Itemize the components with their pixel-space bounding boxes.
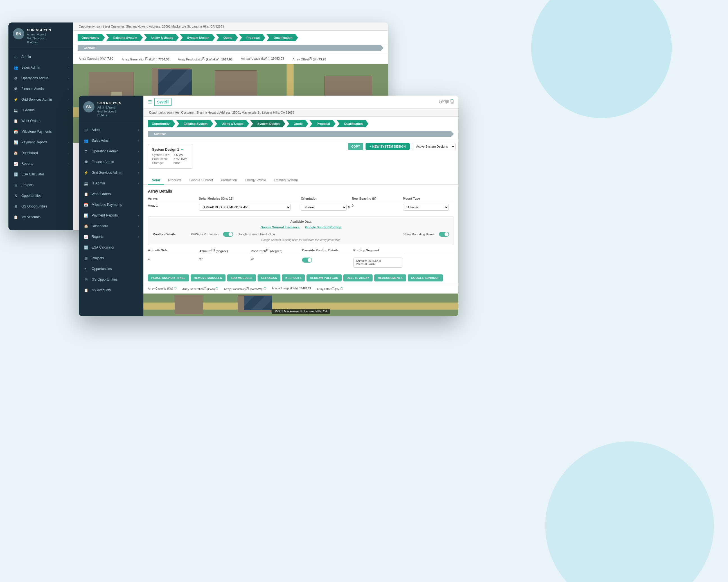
pipeline-proposal-front[interactable]: Proposal <box>309 120 335 127</box>
sidebar-item-esa-back[interactable]: 🔢 ESA Calculator <box>8 169 73 180</box>
btn-place-anchor[interactable]: PLACE ANCHOR PANEL <box>148 274 189 282</box>
array-label: Array 1 <box>148 202 199 212</box>
tab-energy-profile[interactable]: Energy Profile <box>241 176 270 185</box>
pipeline-sysdesign-front[interactable]: System Design <box>250 120 285 127</box>
pipeline-qualification-back[interactable]: Qualification <box>266 34 298 41</box>
mounttype-select[interactable]: Unknown <box>403 204 449 211</box>
orientation-arrows: ⇅ <box>347 206 350 209</box>
bottom-stats: Array Capacity (kW) Array Generation[T] … <box>144 284 458 293</box>
tab-production[interactable]: Production <box>217 176 241 185</box>
btn-setbacks[interactable]: SETBACKS <box>258 274 280 282</box>
new-design-button[interactable]: + NEW SYSTEM DESIGN <box>366 143 410 150</box>
tab-products[interactable]: Products <box>164 176 185 185</box>
sidebar-item-reports-back[interactable]: 📈 Reports › <box>8 158 73 169</box>
btn-add-modules[interactable]: ADD MODULES <box>227 274 256 282</box>
orientation-select[interactable]: Portrait <box>301 204 347 211</box>
sidebar-item-payment-back[interactable]: 📊 Payment Reports › <box>8 137 73 148</box>
sidebar-item-milestone-back[interactable]: 📅 Milestone Payments <box>8 126 73 137</box>
sidebar-item-dashboard-front[interactable]: 🏠 Dashboard › <box>79 221 144 231</box>
btn-redraw-polygon[interactable]: REDRAW POLYGON <box>307 274 342 282</box>
btn-measurements[interactable]: MEASUREMENTS <box>374 274 406 282</box>
sidebar-item-ops-front[interactable]: ⚙ Operations Admin › <box>79 146 144 157</box>
window-header: ☰ swell ⚙ ⊕ ⊡ <box>144 96 458 108</box>
tab-existing-system[interactable]: Existing System <box>270 176 302 185</box>
pipeline-existing-back[interactable]: Existing System <box>106 34 143 41</box>
hamburger-icon[interactable]: ☰ <box>148 99 152 105</box>
sidebar-item-sales-back[interactable]: 👥 Sales Admin › <box>8 62 73 73</box>
sidebar-item-grid-front[interactable]: ⚡ Grid Services Admin › <box>79 167 144 178</box>
sidebar-item-sales-front[interactable]: 👥 Sales Admin › <box>79 135 144 146</box>
aerial-map-front: 25001 Mackenzie St, Laguna Hills, CA <box>144 293 458 316</box>
sidebar-item-esa-front[interactable]: 🔢 ESA Calculator <box>79 242 144 253</box>
sidebar-label: Admin <box>92 128 138 132</box>
pipeline-quote-front[interactable]: Quote <box>286 120 308 127</box>
sidebar-item-opps-back[interactable]: $ Opportunities <box>8 190 73 201</box>
tab-google-sunroof[interactable]: Google Sunroof <box>185 176 217 185</box>
google-sunroof-rooftop-link[interactable]: Google Sunroof Rooftop <box>305 226 341 229</box>
sidebar-item-dashboard-back[interactable]: 🏠 Dashboard › <box>8 148 73 158</box>
rt-azimuth-degree: 27 <box>199 257 249 269</box>
btn-keepouts[interactable]: KEEPOUTS <box>282 274 305 282</box>
chevron-icon: › <box>68 141 69 144</box>
sidebar-item-ops-back[interactable]: ⚙ Operations Admin › <box>8 73 73 83</box>
pipeline-sysdesign-back[interactable]: System Design <box>180 34 215 41</box>
pvwatts-toggle[interactable] <box>223 232 233 237</box>
sidebar-item-myaccounts-front[interactable]: 📋 My Accounts <box>79 285 144 295</box>
tab-solar[interactable]: Solar <box>148 176 164 185</box>
sidebar-item-admin-front[interactable]: ⊞ Admin › <box>79 125 144 135</box>
stat-offset-back: Array Offset[T] (%) 73.78 <box>292 57 326 61</box>
edit-icon[interactable]: ✏ <box>181 148 183 152</box>
sidebar-item-admin-back[interactable]: ⊞ Admin › <box>8 51 73 62</box>
bottom-stat-generation: Array Generation[T] (kWh) <box>182 287 218 291</box>
sidebar-item-gsopps-front[interactable]: ⊞ GS Opportunities <box>79 274 144 285</box>
override-toggle[interactable] <box>302 258 312 263</box>
system-size-value: 7.6 kW <box>174 153 183 157</box>
module-select[interactable]: Q.PEAK DUO BLK ML-G10+ 400 <box>199 204 290 211</box>
sidebar-item-workorders-back[interactable]: 📋 Work Orders <box>8 115 73 126</box>
pipeline-opportunity-front[interactable]: Opportunity <box>148 120 175 127</box>
sidebar-item-projects-front[interactable]: ⊞ Projects <box>79 253 144 263</box>
pipeline-contract-front[interactable]: Contract <box>148 131 454 137</box>
google-sunroof-irradiance-link[interactable]: Google Sunroof Irradiance <box>260 226 300 229</box>
sidebar-item-finance-back[interactable]: 🏛 Finance Admin › <box>8 83 73 94</box>
available-data-links: Google Sunroof Irradiance Google Sunroof… <box>153 226 449 229</box>
sidebar-item-finance-front[interactable]: 🏛 Finance Admin › <box>79 157 144 167</box>
bounding-toggle[interactable] <box>439 232 449 237</box>
sidebar-item-grid-back[interactable]: ⚡ Grid Services Admin › <box>8 94 73 105</box>
sidebar-item-opps-front[interactable]: $ Opportunities <box>79 263 144 274</box>
sidebar-item-reports-front[interactable]: 📈 Reports › <box>79 231 144 242</box>
pipeline-utility-front[interactable]: Utility & Usage <box>214 120 249 127</box>
sidebar-label: Milestone Payments <box>21 130 69 134</box>
reports-icon: 📈 <box>13 161 19 166</box>
sidebar-item-projects-back[interactable]: ⊞ Projects <box>8 180 73 190</box>
sidebar-item-it-front[interactable]: 💻 IT Admin › <box>79 178 144 189</box>
pipeline-proposal-back[interactable]: Proposal <box>239 34 265 41</box>
btn-remove-modules[interactable]: REMOVE MODULES <box>191 274 226 282</box>
show-bounding-label: Show Bounding Boxes <box>403 233 435 236</box>
pipeline-quote-back[interactable]: Quote <box>216 34 238 41</box>
saving-text: Saving <box>439 99 449 103</box>
sidebar-item-gsopps-back[interactable]: ⊞ GS Opportunities <box>8 201 73 212</box>
bottom-stat-productivity: Array Productivity[T] (kWh/kW): <box>224 287 266 291</box>
sidebar-item-milestone-front[interactable]: 📅 Milestone Payments <box>79 199 144 210</box>
saving-indicator: Saving <box>439 99 454 103</box>
action-buttons: PLACE ANCHOR PANEL REMOVE MODULES ADD MO… <box>144 272 458 284</box>
design-select[interactable]: Active System Designs <box>412 143 456 150</box>
pipeline-opportunity-back[interactable]: Opportunity <box>78 34 105 41</box>
sidebar-item-workorders-front[interactable]: 📋 Work Orders <box>79 189 144 199</box>
rt-empty <box>405 257 454 269</box>
pipeline-existing-front[interactable]: Existing System <box>176 120 213 127</box>
available-data: Available Data Google Sunroof Irradiance… <box>148 216 454 245</box>
btn-google-sunroof[interactable]: GOOGLE SUNROOF <box>408 274 443 282</box>
copy-button[interactable]: COPY <box>348 143 363 150</box>
card-title: System Design 1 ✏ <box>152 148 189 152</box>
rt-header-azimuth-degree: Azimuth[T] (degree) <box>199 248 249 254</box>
sidebar-item-it-back[interactable]: 💻 IT Admin › <box>8 105 73 115</box>
sidebar-item-payment-front[interactable]: 📊 Payment Reports › <box>79 210 144 221</box>
pipeline-utility-back[interactable]: Utility & Usage <box>144 34 179 41</box>
accounts-icon: 📋 <box>83 287 89 293</box>
pipeline-qualification-front[interactable]: Qualification <box>337 120 368 127</box>
btn-delete-array[interactable]: DELETE ARRAY <box>343 274 372 282</box>
sidebar-item-myaccounts-back[interactable]: 📋 My Accounts <box>8 212 73 222</box>
pipeline-contract-back[interactable]: Contract <box>78 45 384 51</box>
